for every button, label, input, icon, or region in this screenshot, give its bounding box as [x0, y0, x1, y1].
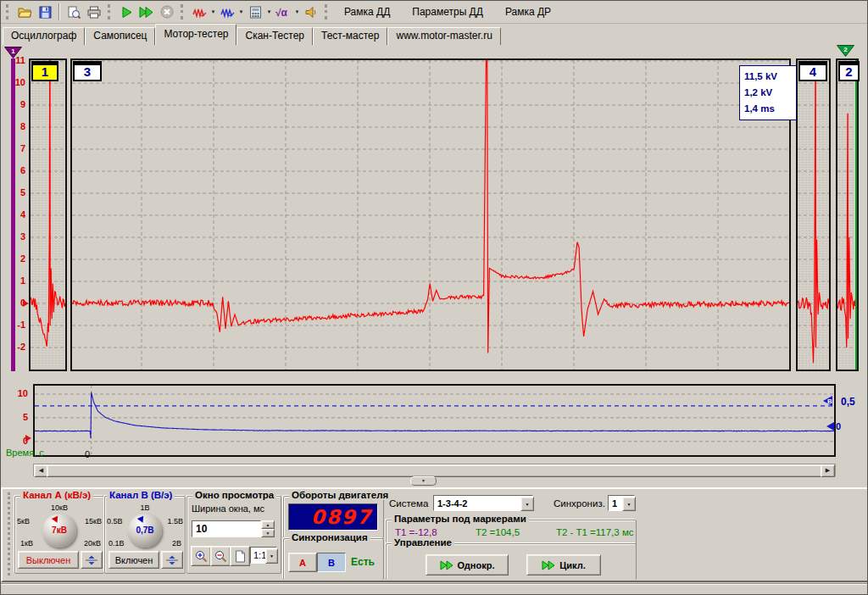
toolbar-gripper[interactable] — [181, 4, 186, 19]
overview-y-tick-label: 5 — [8, 412, 28, 422]
y-tick-label: -2 — [1, 342, 25, 352]
zoom-ratio-value: 1:1 — [253, 550, 266, 560]
menu-ramka-dr[interactable]: Рамка ДР — [494, 2, 562, 23]
overview-x-tick: 0 — [85, 449, 90, 459]
toolbar-gripper[interactable] — [6, 4, 11, 19]
cylinder-panel-1: 1 — [29, 58, 67, 371]
overview-y-tick-label: 10 — [8, 388, 28, 398]
menu-ramka-dd[interactable]: Рамка ДД — [333, 2, 401, 23]
marker-flag-2[interactable]: 2 — [837, 45, 855, 58]
marker-flag-1[interactable]: 1 — [4, 47, 23, 59]
y-tick-label: 8 — [1, 121, 25, 131]
tab-motor-tester[interactable]: Мотор-тестер — [155, 24, 236, 45]
channel-b-zero-marker-icon[interactable] — [826, 422, 834, 431]
tab-recorder[interactable]: Самописец — [85, 27, 155, 45]
cycle-run-button[interactable]: Цикл. — [526, 554, 601, 576]
zoom-out-icon — [214, 550, 227, 563]
print-preview-icon[interactable] — [64, 3, 84, 22]
overview-x-axis-label: Время, с — [6, 448, 44, 458]
horizontal-scrollbar[interactable]: ◀ ▶ — [33, 464, 836, 476]
cycle-run-label: Цикл. — [559, 560, 585, 570]
sqrt-alpha-icon[interactable]: √α — [273, 3, 293, 22]
sync-channel-b-button[interactable]: В — [317, 553, 346, 572]
tab-motor-master-site[interactable]: www.motor-master.ru — [387, 27, 500, 45]
svg-text:2: 2 — [843, 46, 848, 53]
system-combo[interactable]: 1-3-4-2 — [433, 495, 533, 511]
run-icon[interactable] — [116, 3, 136, 22]
panel-gripper[interactable] — [8, 492, 10, 576]
channel-a-range-knob[interactable]: 7кВ — [42, 514, 76, 548]
channel-position-icon — [164, 555, 180, 565]
trigger-level-value: 0,5 — [841, 396, 855, 408]
marker-t1-value: T1 =-12,8 — [395, 527, 437, 537]
sync-channel-a-button[interactable]: А — [288, 553, 317, 572]
cylinder-badge-4[interactable]: 4 — [798, 61, 827, 81]
cylinder-badge-1[interactable]: 1 — [31, 61, 58, 81]
tab-oscillograph[interactable]: Осциллограф — [3, 27, 85, 45]
svg-text:+: + — [201, 13, 204, 19]
channel-b-range-value: 0,7В — [128, 525, 162, 535]
knob-pointer-icon — [137, 516, 146, 525]
single-run-button[interactable]: Однокр. — [426, 554, 509, 576]
waveform-chart — [798, 60, 829, 370]
dropdown-arrow-icon[interactable]: ▼ — [265, 9, 273, 14]
sync-group: Синхронизация А В Есть — [283, 538, 384, 580]
channel-a-position-button[interactable] — [81, 551, 103, 569]
cylinder-badge-3[interactable]: 3 — [73, 61, 102, 81]
motor-tester-window: + ▼ + ▼ ▼ √α ▼ Рамка ДД Параметры ДД Рам… — [0, 0, 868, 595]
cylinder-badge-2[interactable]: 2 — [838, 61, 860, 81]
channel-a-state-button[interactable]: Выключен — [18, 551, 79, 569]
run-all-icon[interactable] — [136, 3, 157, 22]
system-label: Система — [389, 498, 428, 509]
run-double-icon — [542, 560, 555, 570]
overview-waveform-chart — [35, 386, 834, 455]
sync-number-dropdown-arrow[interactable]: ▼ — [622, 497, 636, 511]
save-icon[interactable] — [35, 3, 55, 22]
scroll-right-button[interactable]: ▶ — [821, 464, 835, 477]
window-width-input[interactable] — [192, 520, 261, 537]
menu-parametry-dd[interactable]: Параметры ДД — [401, 2, 494, 23]
stop-icon[interactable] — [157, 3, 177, 22]
channel-b-position-button[interactable] — [161, 551, 183, 569]
trigger-marker-letter: B — [827, 398, 832, 405]
tab-scan-tester[interactable]: Скан-Тестер — [236, 27, 313, 45]
system-value: 1-3-4-2 — [437, 498, 467, 509]
channel-b-state-button[interactable]: Включен — [108, 551, 159, 569]
dropdown-arrow-icon[interactable]: ▼ — [237, 9, 245, 14]
print-icon[interactable] — [84, 3, 104, 22]
cylinder-panel-2: 2 — [836, 58, 859, 371]
calculator-icon[interactable] — [245, 3, 265, 22]
zoom-ratio-dropdown-arrow[interactable]: ▼ — [265, 548, 278, 564]
dropdown-arrow-icon[interactable]: ▼ — [293, 9, 301, 14]
zoom-out-button[interactable] — [210, 546, 231, 566]
measurement-readout-box: 11,5 kV 1,2 kV 1,4 ms — [739, 65, 797, 120]
wave-blue-channel-icon[interactable]: + — [217, 3, 237, 22]
knob-scale-label: 1кВ — [20, 539, 33, 548]
window-width-spinner[interactable]: ▲ ▼ — [261, 520, 275, 537]
zoom-in-button[interactable] — [191, 546, 211, 566]
toolbar-gripper[interactable] — [325, 4, 330, 19]
knob-scale-label: 10кВ — [15, 503, 103, 512]
channel-a-zero-marker-icon[interactable] — [23, 300, 29, 307]
spin-up-button[interactable]: ▲ — [261, 520, 275, 529]
y-tick-label: 1 — [1, 275, 25, 286]
dropdown-arrow-icon[interactable]: ▼ — [209, 9, 217, 14]
collapse-panel-button[interactable]: ▼ — [410, 476, 437, 486]
cylinder-panel-4: 4 — [796, 58, 831, 371]
open-folder-icon[interactable] — [14, 3, 35, 22]
control-panel: Канал А (кВ/э) 10кВ 5кВ 15кВ 1кВ 20кВ 7к… — [1, 487, 868, 582]
toolbar-gripper[interactable] — [108, 4, 113, 19]
new-page-button[interactable] — [230, 546, 250, 566]
scrollbar-thumb[interactable] — [47, 464, 822, 477]
rpm-display: 0897 — [288, 503, 378, 531]
readout-burn-voltage: 1,2 kV — [744, 85, 792, 101]
tab-test-master[interactable]: Тест-мастер — [313, 27, 387, 45]
system-dropdown-arrow[interactable]: ▼ — [520, 497, 534, 511]
wave-red-channel-icon[interactable]: + — [189, 3, 209, 22]
knob-scale-label: 2В — [172, 539, 181, 548]
speaker-icon[interactable] — [301, 3, 321, 22]
spin-down-button[interactable]: ▼ — [261, 529, 275, 537]
channel-b-range-knob[interactable]: 0,7В — [128, 514, 162, 548]
channel-a-title: Канал А (кВ/э) — [20, 490, 93, 500]
overview-zero-marker-icon[interactable] — [25, 435, 31, 442]
